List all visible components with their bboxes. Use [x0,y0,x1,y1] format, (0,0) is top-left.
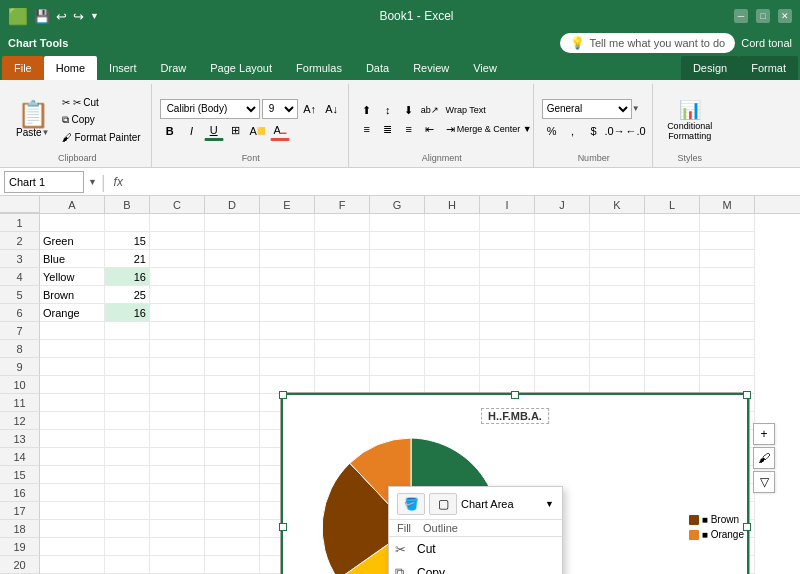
tab-page-layout[interactable]: Page Layout [198,56,284,80]
col-header-e[interactable]: E [260,196,315,213]
cell-g5[interactable] [370,286,425,304]
chart-filters-btn[interactable]: ▽ [753,471,775,493]
cell-l2[interactable] [645,232,700,250]
cell-f5[interactable] [315,286,370,304]
col-header-l[interactable]: L [645,196,700,213]
cell-b2[interactable]: 15 [105,232,150,250]
cell-g1[interactable] [370,214,425,232]
fill-icon-btn[interactable]: 🪣 [397,493,425,515]
cell-j6[interactable] [535,304,590,322]
cell-b1[interactable] [105,214,150,232]
cell-d4[interactable] [205,268,260,286]
font-color-button[interactable]: A▁ [270,121,290,141]
cell-b3[interactable]: 21 [105,250,150,268]
formula-input[interactable] [131,171,796,193]
handle-top-center[interactable] [511,391,519,399]
col-header-d[interactable]: D [205,196,260,213]
cell-i6[interactable] [480,304,535,322]
cell-m1[interactable] [700,214,755,232]
cell-a1[interactable] [40,214,105,232]
cell-j1[interactable] [535,214,590,232]
dropdown-arrow-title[interactable]: ▼ [90,11,99,21]
cell-f3[interactable] [315,250,370,268]
close-btn[interactable]: ✕ [778,9,792,23]
cell-f2[interactable] [315,232,370,250]
align-left-btn[interactable]: ≡ [357,120,377,138]
col-header-m[interactable]: M [700,196,755,213]
cell-a2[interactable]: Green [40,232,105,250]
cell-h2[interactable] [425,232,480,250]
cell-m6[interactable] [700,304,755,322]
cell-c6[interactable] [150,304,205,322]
cell-h3[interactable] [425,250,480,268]
cell-h1[interactable] [425,214,480,232]
cell-i5[interactable] [480,286,535,304]
font-size-select[interactable]: 9 [262,99,298,119]
indent-decrease-btn[interactable]: ⇤ [420,120,440,138]
cell-c5[interactable] [150,286,205,304]
cell-c2[interactable] [150,232,205,250]
text-angle-btn[interactable]: ab↗ [420,101,440,119]
cell-i4[interactable] [480,268,535,286]
cell-l1[interactable] [645,214,700,232]
col-header-j[interactable]: J [535,196,590,213]
comma-btn[interactable]: , [563,121,583,141]
tab-insert[interactable]: Insert [97,56,149,80]
cell-k3[interactable] [590,250,645,268]
underline-button[interactable]: U [204,121,224,141]
save-icon[interactable]: 💾 [34,9,50,24]
cell-d5[interactable] [205,286,260,304]
cell-i1[interactable] [480,214,535,232]
cell-m3[interactable] [700,250,755,268]
cell-c3[interactable] [150,250,205,268]
col-header-f[interactable]: F [315,196,370,213]
italic-button[interactable]: I [182,121,202,141]
cell-e1[interactable] [260,214,315,232]
align-bottom-btn[interactable]: ⬇ [399,101,419,119]
decimal-increase-btn[interactable]: .0→ [605,121,625,141]
context-menu-cut[interactable]: ✂ Cut [389,537,562,561]
cell-m2[interactable] [700,232,755,250]
cell-e5[interactable] [260,286,315,304]
currency-btn[interactable]: $ [584,121,604,141]
increase-font-btn[interactable]: A↑ [300,99,320,119]
tab-review[interactable]: Review [401,56,461,80]
redo-icon[interactable]: ↪ [73,9,84,24]
cell-i3[interactable] [480,250,535,268]
tab-formulas[interactable]: Formulas [284,56,354,80]
align-top-btn[interactable]: ⬆ [357,101,377,119]
cell-a7[interactable] [40,322,105,340]
cell-i2[interactable] [480,232,535,250]
cell-l6[interactable] [645,304,700,322]
chart-elements-btn[interactable]: + [753,423,775,445]
cell-b7[interactable] [105,322,150,340]
chart-title[interactable]: H..F.MB.A. [481,408,549,424]
cell-g4[interactable] [370,268,425,286]
handle-top-right[interactable] [743,391,751,399]
chart-styles-btn[interactable]: 🖌 [753,447,775,469]
wrap-text-btn[interactable]: Wrap Text [441,101,491,119]
cell-l5[interactable] [645,286,700,304]
cell-m5[interactable] [700,286,755,304]
fill-color-button[interactable]: A🟨 [248,121,268,141]
minimize-btn[interactable]: ─ [734,9,748,23]
col-header-i[interactable]: I [480,196,535,213]
cell-h6[interactable] [425,304,480,322]
cell-k5[interactable] [590,286,645,304]
cell-h4[interactable] [425,268,480,286]
outline-icon-btn[interactable]: ▢ [429,493,457,515]
decimal-decrease-btn[interactable]: ←.0 [626,121,646,141]
cell-f4[interactable] [315,268,370,286]
cell-m4[interactable] [700,268,755,286]
cell-f6[interactable] [315,304,370,322]
col-header-g[interactable]: G [370,196,425,213]
cell-a4[interactable]: Yellow [40,268,105,286]
cell-e6[interactable] [260,304,315,322]
cell-b6[interactable]: 16 [105,304,150,322]
chart-area-arrow[interactable]: ▼ [545,499,554,509]
col-header-a[interactable]: A [40,196,105,213]
col-header-h[interactable]: H [425,196,480,213]
cell-j2[interactable] [535,232,590,250]
cell-g6[interactable] [370,304,425,322]
align-middle-btn[interactable]: ↕ [378,101,398,119]
